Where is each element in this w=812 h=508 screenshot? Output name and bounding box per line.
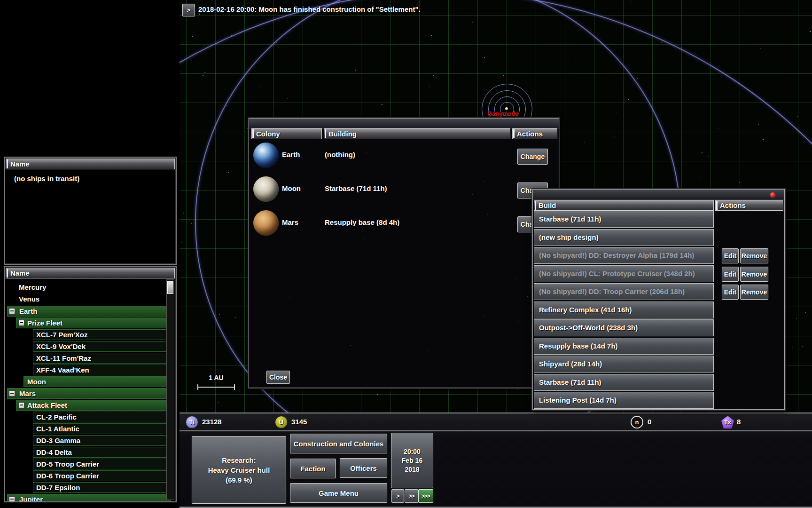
build-option-no-shipyard-cl-prototype-cruiser-348d-2h[interactable]: (No shipyard!) CL: Prototype Cruiser (34… [534, 265, 714, 282]
tree-item-moon[interactable]: Moon [23, 376, 171, 387]
expand-toggle-icon[interactable] [9, 496, 15, 501]
tree-item-mars[interactable]: Mars [7, 388, 171, 399]
event-log-expand-button[interactable]: > [182, 4, 195, 16]
edit-button[interactable]: Edit [722, 267, 739, 282]
tree-item-label: DD-5 Troop Carrier [36, 459, 99, 469]
tree-item-dd-7-epsilon[interactable]: DD-7 Epsilon [33, 482, 171, 493]
colony-name-label: Mars [282, 218, 298, 226]
expand-toggle-icon[interactable] [18, 320, 24, 326]
tree-item-dd-4-delta[interactable]: DD-4 Delta [33, 447, 171, 458]
tree-item-label: Venus [19, 294, 39, 304]
resource-divider [180, 430, 812, 431]
tree-item-label: CL-2 Pacific [36, 412, 77, 422]
header-cap [513, 129, 515, 138]
tree-item-prize-fleet[interactable]: Prize Fleet [16, 318, 171, 328]
build-option-outpost-off-world-238d-3h[interactable]: Outpost->Off-World (238d 3h) [534, 319, 714, 336]
research-button[interactable]: Research: Heavy Cruiser hull (69.9 %) [192, 436, 286, 504]
star [470, 365, 470, 365]
star [427, 151, 427, 151]
colony-dialog-titlebar[interactable] [249, 119, 559, 128]
mars-planet-image [253, 210, 279, 236]
expand-toggle-icon[interactable] [9, 308, 15, 314]
tree-item-venus[interactable]: Venus [7, 294, 171, 305]
header-cap [252, 129, 254, 138]
build-option-starbase-71d-11h[interactable]: Starbase (71d 11h) [534, 211, 714, 228]
ganymede-label[interactable]: Ganymede [487, 110, 518, 117]
build-dialog-titlebar[interactable] [533, 190, 784, 199]
build-option-resupply-base-14d-7h[interactable]: Resupply base (14d 7h) [534, 338, 714, 355]
star [460, 299, 461, 300]
scale-label: 1 AU [197, 374, 235, 381]
ti-resource-value: 23128 [202, 418, 222, 426]
remove-button[interactable]: Remove [740, 248, 768, 263]
star [706, 56, 706, 56]
star [760, 48, 761, 48]
star [367, 152, 367, 153]
tree-item-xff-4-vaad-ken[interactable]: XFF-4 Vaad'Ken [33, 365, 171, 375]
star [810, 31, 811, 32]
objects-scrollbar[interactable] [166, 279, 174, 500]
close-button[interactable]: Close [266, 371, 290, 384]
tree-item-label: DD-3 Gamma [36, 436, 80, 446]
star [634, 24, 634, 24]
game-menu-button[interactable]: Game Menu [290, 483, 387, 503]
research-line-1: Research: [222, 455, 256, 465]
tree-item-label: XFF-4 Vaad'Ken [36, 365, 89, 375]
faction-button[interactable]: Faction [290, 459, 336, 478]
remove-button[interactable]: Remove [740, 285, 768, 300]
star [361, 362, 361, 362]
tree-item-jupiter[interactable]: Jupiter [7, 494, 171, 501]
tree-item-cl-2-pacific[interactable]: CL-2 Pacific [33, 412, 171, 422]
build-option-shipyard-28d-14h[interactable]: Shipyard (28d 14h) [534, 356, 714, 373]
tree-item-label: DD-4 Delta [36, 447, 72, 458]
scale-tick-left [197, 384, 198, 390]
star [364, 239, 365, 239]
tx-resource-icon: Tx [721, 416, 734, 429]
scale-tick-right [234, 384, 235, 390]
build-option-new-ship-design[interactable]: (new ship design) [534, 229, 714, 246]
build-option-starbase-71d-11h[interactable]: Starbase (71d 11h) [534, 374, 714, 391]
scrollbar-thumb[interactable] [167, 281, 173, 294]
star [363, 281, 363, 281]
star [412, 175, 412, 175]
expand-toggle-icon[interactable] [18, 402, 24, 408]
build-option-no-shipyard-dd-destroyer-alpha-179d-14h[interactable]: (No shipyard!) DD: Destroyer Alpha (179d… [534, 247, 714, 264]
tree-item-xcl-9-vox-dek[interactable]: XCL-9 Vox'Dek [33, 341, 171, 352]
star [304, 293, 305, 293]
speed-3-button[interactable]: >>> [418, 489, 433, 503]
tree-item-dd-6-troop-carrier[interactable]: DD-6 Troop Carrier [33, 470, 171, 481]
build-option-no-shipyard-dd-troop-carrier-206d-18h[interactable]: (No shipyard!) DD: Troop Carrier (206d 1… [534, 283, 714, 300]
edit-button[interactable]: Edit [722, 285, 739, 300]
close-icon[interactable] [770, 192, 776, 198]
transit-panel-header: Name [6, 159, 175, 169]
tree-item-xcl-7-pem-xoz[interactable]: XCL-7 Pem'Xoz [33, 329, 171, 340]
officers-button[interactable]: Officers [340, 458, 387, 478]
star [316, 2, 316, 3]
star [288, 365, 288, 366]
tree-item-label: Mercury [19, 282, 46, 293]
colony-name-label: Moon [282, 184, 301, 192]
tree-item-dd-3-gamma[interactable]: DD-3 Gamma [33, 435, 171, 446]
tree-item-attack-fleet[interactable]: Attack Fleet [16, 400, 171, 411]
tree-item-label: Prize Fleet [27, 318, 62, 328]
star [334, 298, 335, 298]
build-option-listening-post-14d-7h[interactable]: Listening Post (14d 7h) [534, 392, 714, 409]
build-option-refinery-complex-41d-16h[interactable]: Refinery Complex (41d 16h) [534, 302, 714, 318]
tree-item-cl-1-atlantic[interactable]: CL-1 Atlantic [33, 423, 171, 434]
star [713, 29, 713, 29]
tree-item-dd-5-troop-carrier[interactable]: DD-5 Troop Carrier [33, 459, 171, 469]
remove-button[interactable]: Remove [740, 267, 768, 282]
change-button-earth[interactable]: Change [517, 149, 548, 165]
tree-item-xcl-11-fom-raz[interactable]: XCL-11 Fom'Raz [33, 353, 171, 364]
star [472, 194, 473, 195]
expand-toggle-icon[interactable] [9, 390, 15, 397]
speed-2-button[interactable]: >> [405, 489, 418, 503]
colony-column-header: Colony [251, 128, 322, 139]
edit-button[interactable]: Edit [722, 248, 739, 263]
tree-item-mercury[interactable]: Mercury [7, 282, 171, 293]
tree-item-label: XCL-9 Vox'Dek [36, 341, 86, 352]
u-resource-icon: U [275, 416, 288, 429]
speed-1-button[interactable]: > [391, 489, 404, 503]
tree-item-earth[interactable]: Earth [7, 306, 171, 317]
construction-and-colonies-button[interactable]: Construction and Colonies [290, 434, 387, 453]
